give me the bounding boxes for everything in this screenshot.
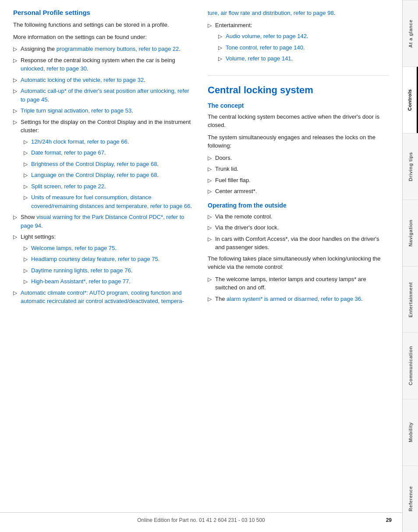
- tab-at-a-glance[interactable]: At a glance: [403, 0, 418, 67]
- arrow-icon: ▷: [24, 255, 28, 263]
- arrow-icon: ▷: [24, 194, 28, 201]
- intro-text-2: More information on the settings can be …: [13, 33, 195, 42]
- arrow-icon: ▷: [24, 267, 28, 275]
- link-programmable[interactable]: programmable memory buttons, refer to pa…: [57, 46, 179, 52]
- link-high-beam[interactable]: High-beam Assistant*, refer to page 77: [31, 278, 129, 285]
- tab-controls[interactable]: Controls: [403, 67, 418, 133]
- link-alarm-system[interactable]: alarm system* is armed or disarmed, refe…: [227, 296, 361, 302]
- profile-settings-list: ▷ Assigning the programmable memory butt…: [13, 45, 195, 135]
- tab-entertainment[interactable]: Entertainment: [403, 266, 418, 333]
- link-split-screen[interactable]: Split screen, refer to page 22: [31, 183, 104, 190]
- link-date-format[interactable]: Date format, refer to page 67: [31, 149, 104, 156]
- right-sidebar: At a glance Controls Driving tips Naviga…: [402, 0, 418, 532]
- arrow-icon: ▷: [218, 44, 222, 52]
- link-language[interactable]: Language on the Control Display, refer t…: [31, 172, 157, 178]
- footer-text: Online Edition for Part no. 01 41 2 604 …: [137, 517, 265, 523]
- arrow-icon: ▷: [218, 32, 222, 40]
- list-item-text: The alarm system* is armed or disarmed, …: [215, 295, 363, 303]
- link-auto-callup[interactable]: Automatic call-up* of the driver's seat …: [21, 88, 189, 103]
- tab-navigation[interactable]: Navigation: [403, 200, 418, 266]
- list-item: ▷ Triple turn signal activation, refer t…: [13, 106, 195, 115]
- list-item-text: Entertainment:: [215, 21, 252, 30]
- list-item: ▷ Trunk lid.: [208, 165, 389, 173]
- display-settings-sublist: ▷ 12h/24h clock format, refer to page 66…: [13, 137, 195, 211]
- list-item-text: Volume, refer to page 141.: [226, 54, 293, 63]
- list-item-text: Light settings:: [21, 233, 56, 241]
- link-clock-format[interactable]: 12h/24h clock format, refer to page 66: [31, 138, 128, 145]
- list-item: ▷ The alarm system* is armed or disarmed…: [208, 295, 389, 303]
- link-continuation[interactable]: ture, air flow rate and distribution, re…: [208, 10, 334, 16]
- list-item-text: Daytime running lights, refer to page 76…: [31, 266, 132, 275]
- arrow-icon: ▷: [208, 213, 212, 221]
- list-item: ▷ The welcome lamps, interior lamps and …: [208, 275, 389, 292]
- list-item-text: Automatic locking of the vehicle, refer …: [21, 76, 145, 85]
- page-container: Personal Profile settings The following …: [0, 0, 418, 532]
- arrow-icon: ▷: [208, 224, 212, 232]
- link-triple-turn[interactable]: Triple turn signal activation, refer to …: [21, 107, 131, 114]
- link-daytime[interactable]: Daytime running lights, refer to page 76: [31, 267, 131, 274]
- tab-reference[interactable]: Reference: [403, 465, 418, 532]
- arrow-icon: ▷: [24, 138, 28, 146]
- list-item-text: Show visual warning for the Park Distanc…: [21, 213, 195, 230]
- list-item-text: Tone control, refer to page 140.: [226, 43, 305, 52]
- list-item-text: Automatic climate control*: AUTO program…: [21, 289, 195, 306]
- list-item: ▷ Tone control, refer to page 140.: [218, 43, 389, 52]
- list-item: ▷ Show visual warning for the Park Dista…: [13, 213, 195, 230]
- arrow-icon: ▷: [208, 176, 212, 184]
- list-item: ▷ Volume, refer to page 141.: [218, 54, 389, 63]
- link-auto-locking[interactable]: Automatic locking of the vehicle, refer …: [21, 77, 144, 83]
- link-welcome-lamps[interactable]: Welcome lamps, refer to page 75: [31, 245, 115, 251]
- list-item: ▷ Light settings:: [13, 233, 195, 241]
- list-item: ▷ Audio volume, refer to page 142.: [218, 32, 389, 41]
- link-tone-control[interactable]: Tone control, refer to page 140: [226, 44, 303, 51]
- list-item: ▷ High-beam Assistant*, refer to page 77…: [24, 277, 195, 286]
- tab-communication[interactable]: Communication: [403, 332, 418, 399]
- link-volume[interactable]: Volume, refer to page 141: [226, 55, 291, 62]
- link-units[interactable]: Units of measure for fuel consumption, d…: [31, 194, 191, 209]
- arrow-icon: ▷: [208, 187, 212, 195]
- arrow-icon: ▷: [24, 278, 28, 285]
- arrow-icon: ▷: [208, 21, 212, 29]
- list-item: ▷ 12h/24h clock format, refer to page 66…: [24, 137, 195, 146]
- profile-settings-list-2: ▷ Show visual warning for the Park Dista…: [13, 213, 195, 241]
- link-unlocked[interactable]: unlocked, refer to page 30: [21, 65, 87, 72]
- arrow-icon: ▷: [208, 295, 212, 303]
- list-item-text: Assigning the programmable memory button…: [21, 45, 181, 53]
- link-visual-warning[interactable]: visual warning for the Park Distance Con…: [21, 214, 184, 229]
- list-item: ▷ Entertainment:: [208, 21, 389, 30]
- list-item-text: High-beam Assistant*, refer to page 77.: [31, 277, 131, 286]
- link-climate[interactable]: Automatic climate control*: AUTO program…: [21, 289, 184, 305]
- list-item: ▷ Via the driver's door lock.: [208, 223, 389, 232]
- light-settings-sublist: ▷ Welcome lamps, refer to page 75. ▷ Hea…: [13, 244, 195, 286]
- tab-driving-tips[interactable]: Driving tips: [403, 133, 418, 200]
- arrow-icon: ▷: [208, 235, 212, 243]
- arrow-icon: ▷: [24, 171, 28, 179]
- left-column: Personal Profile settings The following …: [13, 9, 195, 514]
- list-item: ▷ Split screen, refer to page 22.: [24, 182, 195, 191]
- list-item-text: Headlamp courtesy delay feature, refer t…: [31, 255, 159, 264]
- concept-text-2: The system simultaneously engages and re…: [208, 133, 389, 150]
- arrow-icon: ▷: [13, 289, 17, 297]
- list-item-text: The welcome lamps, interior lamps and co…: [215, 275, 389, 292]
- intro-text-1: The following functions and settings can…: [13, 21, 195, 29]
- link-brightness[interactable]: Brightness of the Control Display, refer…: [31, 161, 157, 167]
- list-item: ▷ Via the remote control.: [208, 212, 389, 221]
- arrow-icon: ▷: [208, 154, 212, 162]
- concept-title: The concept: [208, 102, 389, 109]
- link-audio-volume[interactable]: Audio volume, refer to page 142: [226, 33, 307, 39]
- operating-items-list: ▷ Via the remote control. ▷ Via the driv…: [208, 212, 389, 252]
- main-content: Personal Profile settings The following …: [0, 0, 402, 532]
- arrow-icon: ▷: [218, 55, 222, 63]
- list-item-text: Center armrest*.: [215, 187, 257, 196]
- list-item-text: Via the driver's door lock.: [215, 223, 279, 232]
- entertainment-sublist: ▷ Audio volume, refer to page 142. ▷ Ton…: [208, 32, 389, 63]
- operating-outside-title: Operating from the outside: [208, 202, 389, 209]
- link-headlamp[interactable]: Headlamp courtesy delay feature, refer t…: [31, 256, 158, 262]
- list-item-text: Triple turn signal activation, refer to …: [21, 106, 133, 115]
- footer: Online Edition for Part no. 01 41 2 604 …: [0, 512, 402, 523]
- list-item-text: Automatic call-up* of the driver's seat …: [21, 87, 195, 104]
- list-item: ▷ Settings for the display on the Contro…: [13, 118, 195, 135]
- list-item-text: Units of measure for fuel consumption, d…: [31, 193, 195, 210]
- tab-mobility[interactable]: Mobility: [403, 399, 418, 465]
- arrow-icon: ▷: [24, 183, 28, 190]
